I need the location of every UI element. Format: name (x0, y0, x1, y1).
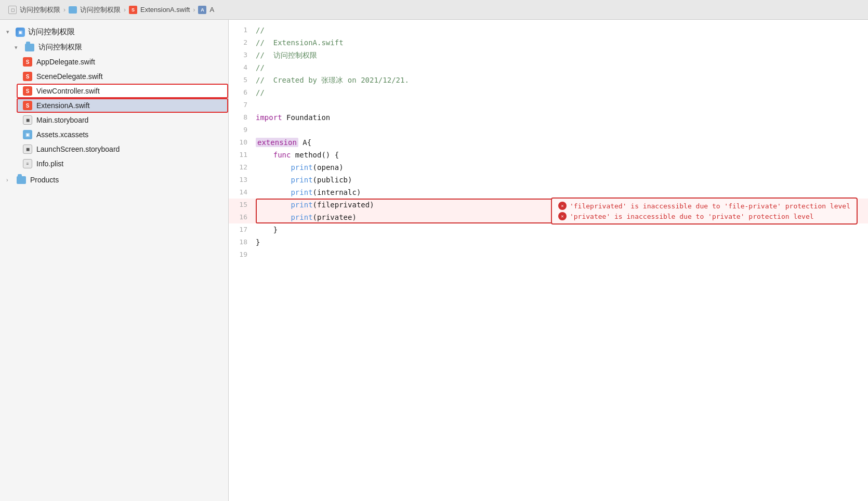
sidebar-label-main-storyboard: Main.storyboard (36, 116, 88, 124)
sidebar: ▾ ▣ 访问控制权限 ▾ 访问控制权限 S AppDelegate.swift … (0, 20, 229, 501)
line-num-1: 1 (229, 24, 256, 36)
code-line-3: 3 // 访问控制权限 (229, 49, 868, 61)
breadcrumb-icon-2: S (129, 6, 137, 14)
swift-icon: S (23, 72, 32, 81)
line-content-3: // 访问控制权限 (256, 49, 868, 61)
line-num-11: 11 (229, 149, 256, 161)
code-line-12: 12 print(opena) (229, 161, 868, 174)
code-line-13: 13 print(publicb) (229, 174, 868, 186)
error-circle-1 (558, 212, 567, 220)
line-num-6: 6 (229, 86, 256, 99)
products-chevron: › (6, 177, 12, 183)
line-num-4: 4 (229, 61, 256, 74)
sidebar-item-assets[interactable]: ▣ Assets.xcassets (17, 127, 228, 142)
folder-icon (25, 44, 34, 51)
line-content-13: print(publicb) (256, 174, 868, 186)
breadcrumb-icon-1 (69, 6, 77, 14)
line-num-12: 12 (229, 161, 256, 174)
breadcrumb-item-3[interactable]: A (209, 6, 214, 14)
code-line-1: 1 // (229, 24, 868, 36)
sidebar-products-section: › Products (0, 173, 228, 187)
sidebar-label-products: Products (30, 176, 59, 184)
line-content-10: extension A{ (256, 136, 868, 149)
sidebar-root-item[interactable]: ▾ ▣ 访问控制权限 (0, 24, 228, 40)
code-line-9: 9 (229, 124, 868, 136)
storyboard-icon: ◼ (23, 144, 32, 154)
plist-icon: ≡ (23, 159, 32, 168)
code-line-4: 4 // (229, 61, 868, 74)
line-num-2: 2 (229, 36, 256, 49)
code-lines-error-box: 15 print(fileprivated) 16 print(privatee… (229, 199, 868, 223)
assets-icon: ▣ (23, 130, 32, 139)
code-line-5: 5 // Created by 张璟冰 on 2021/12/21. (229, 74, 868, 86)
error-circle-0 (558, 202, 567, 210)
sidebar-item-launchscreen[interactable]: ◼ LaunchScreen.storyboard (17, 142, 228, 156)
products-folder-icon (17, 176, 26, 184)
app-icon: ▣ (16, 28, 25, 37)
line-content-18: } (256, 236, 868, 248)
code-line-14: 14 print(internalc) (229, 186, 868, 199)
line-num-14: 14 (229, 186, 256, 199)
sidebar-label-appdelegate: AppDelegate.swift (36, 58, 95, 66)
line-content-5: // Created by 张璟冰 on 2021/12/21. (256, 74, 868, 86)
sidebar-label-scenedelegate: SceneDelegate.swift (36, 72, 103, 81)
line-content-11: func method() { (256, 149, 868, 161)
line-num-8: 8 (229, 111, 256, 124)
swift-icon: S (23, 86, 32, 96)
code-editor[interactable]: 1 // 2 // ExtensionA.swift 3 // 访问控制权限 4… (229, 20, 868, 501)
sidebar-item-infoplist[interactable]: ≡ Info.plist (17, 156, 228, 171)
swift-icon: S (23, 57, 32, 67)
line-num-19: 19 (229, 248, 256, 261)
error-text-1: 'privatee' is inaccessible due to 'priva… (570, 213, 814, 220)
sidebar-label-infoplist: Info.plist (36, 160, 63, 168)
code-line-8: 8 import Foundation (229, 111, 868, 124)
code-line-6: 6 // (229, 86, 868, 99)
code-line-19: 19 (229, 248, 868, 261)
sidebar-item-scenedelegate[interactable]: S SceneDelegate.swift (17, 69, 228, 84)
sidebar-item-extensiona[interactable]: S ExtensionA.swift (17, 98, 228, 113)
breadcrumb-bar: ◻ 访问控制权限 › 访问控制权限 › S ExtensionA.swift ›… (0, 0, 868, 20)
sidebar-item-appdelegate[interactable]: S AppDelegate.swift (17, 55, 228, 69)
line-content-12: print(opena) (256, 161, 868, 174)
sidebar-label-extensiona: ExtensionA.swift (36, 101, 90, 110)
line-content-8: import Foundation (256, 111, 868, 124)
code-line-10: 10 extension A{ (229, 136, 868, 149)
sidebar-group: ▾ 访问控制权限 S AppDelegate.swift S SceneDele… (0, 40, 228, 171)
breadcrumb-sep-1: › (124, 6, 126, 14)
code-line-17: 17 } (229, 223, 868, 236)
breadcrumb-sep-0: › (63, 6, 65, 14)
line-content-14: print(internalc) (256, 186, 868, 199)
sidebar-label-viewcontroller: ViewController.swift (36, 87, 100, 95)
breadcrumb-icon-3: A (198, 6, 206, 14)
breadcrumb-item-0[interactable]: 访问控制权限 (20, 5, 60, 15)
swift-icon: S (23, 101, 32, 110)
root-chevron: ▾ (6, 29, 12, 35)
line-num-13: 13 (229, 174, 256, 186)
sidebar-label-assets: Assets.xcassets (36, 130, 88, 139)
line-num-9: 9 (229, 124, 256, 136)
line-num-7: 7 (229, 99, 256, 111)
sidebar-item-products[interactable]: › Products (0, 173, 228, 187)
breadcrumb-item-2[interactable]: ExtensionA.swift (140, 6, 190, 14)
line-num-15: 15 (229, 199, 256, 211)
error-entry-0: 'fileprivated' is inaccessible due to 'f… (558, 202, 850, 210)
line-num-10: 10 (229, 136, 256, 149)
sidebar-item-main-storyboard[interactable]: ◼ Main.storyboard (17, 113, 228, 127)
line-num-17: 17 (229, 223, 256, 236)
breadcrumb-sep-2: › (193, 6, 195, 14)
code-line-7: 7 (229, 99, 868, 111)
sidebar-group-header[interactable]: ▾ 访问控制权限 (8, 40, 228, 55)
sidebar-files: S AppDelegate.swift S SceneDelegate.swif… (8, 55, 228, 171)
error-text-0: 'fileprivated' is inaccessible due to 'f… (570, 202, 850, 210)
code-line-18: 18 } (229, 236, 868, 248)
line-content-4: // (256, 61, 868, 74)
sidebar-item-viewcontroller[interactable]: S ViewController.swift (17, 84, 228, 98)
sidebar-group-label: 访问控制权限 (38, 43, 82, 52)
code-line-11: 11 func method() { (229, 149, 868, 161)
breadcrumb-icon-0: ◻ (8, 6, 17, 14)
line-num-16: 16 (229, 211, 256, 223)
error-entry-1: 'privatee' is inaccessible due to 'priva… (558, 212, 850, 220)
breadcrumb-item-1[interactable]: 访问控制权限 (80, 5, 121, 15)
line-num-18: 18 (229, 236, 256, 248)
group-chevron: ▾ (15, 44, 21, 51)
